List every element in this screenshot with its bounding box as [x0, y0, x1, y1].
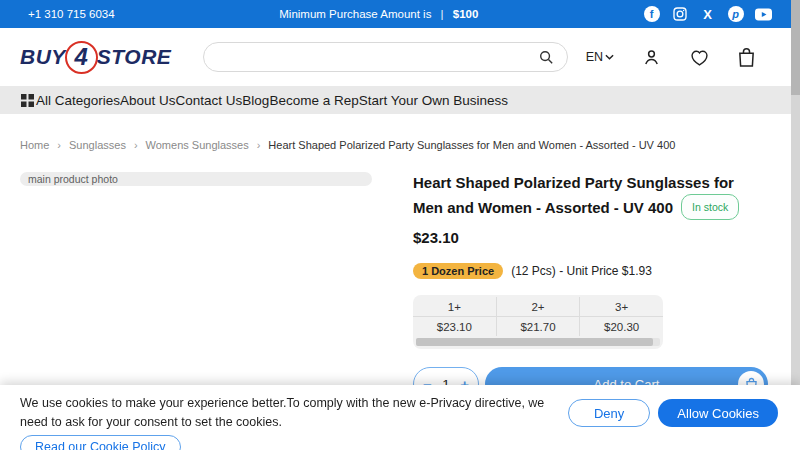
- nav-blog[interactable]: Blog: [242, 93, 269, 108]
- header: BUY 4 STORE EN: [0, 28, 800, 86]
- breadcrumb-current-page: Heart Shaped Polarized Party Sunglasses …: [268, 139, 675, 151]
- deny-cookies-button[interactable]: Deny: [568, 399, 650, 427]
- account-icon[interactable]: [641, 47, 662, 68]
- product-price: $23.10: [413, 229, 768, 246]
- tier-header: 1+: [413, 297, 496, 317]
- language-label: EN: [586, 50, 603, 64]
- nav-all-categories[interactable]: All Categories: [21, 93, 120, 108]
- stock-status-badge: In stock: [681, 194, 739, 220]
- product-info: Heart Shaped Polarized Party Sunglasses …: [413, 172, 768, 401]
- nav-item-label: Start Your Own Business: [359, 93, 508, 108]
- nav-contact-us[interactable]: Contact Us: [176, 93, 243, 108]
- tier-pricing-table: 1+ 2+ 3+ $23.10 $21.70 $20.30: [413, 295, 663, 349]
- grid-icon: [21, 94, 34, 107]
- phone-number[interactable]: +1 310 715 6034: [28, 8, 115, 20]
- youtube-icon[interactable]: [755, 6, 772, 23]
- breadcrumb-home[interactable]: Home: [20, 139, 49, 151]
- cookie-actions: Deny Allow Cookies: [568, 399, 778, 427]
- search-icon: [538, 49, 555, 66]
- cookie-consent-bar: We use cookies to make your experience b…: [0, 385, 800, 450]
- chevron-down-icon: [605, 54, 614, 60]
- nav-become-a-rep[interactable]: Become a Rep: [269, 93, 358, 108]
- logo-text-buy: BUY: [20, 45, 66, 69]
- nav-item-label: About Us: [120, 93, 176, 108]
- tier-price: $23.10: [413, 317, 496, 336]
- unit-price-detail: (12 Pcs) - Unit Price $1.93: [511, 264, 652, 278]
- tier-header: 3+: [579, 297, 663, 317]
- language-selector[interactable]: EN: [586, 50, 614, 64]
- breadcrumb-separator: ›: [57, 139, 61, 151]
- breadcrumb-womens-sunglasses[interactable]: Womens Sunglasses: [146, 139, 249, 151]
- product-page-content: main product photo Heart Shaped Polarize…: [20, 172, 768, 401]
- breadcrumb-separator: ›: [257, 139, 261, 151]
- x-twitter-icon[interactable]: X: [699, 6, 716, 23]
- min-purchase-note: Minimum Purchase Amount is | $100: [115, 8, 643, 20]
- product-gallery: main product photo: [20, 172, 372, 401]
- instagram-icon[interactable]: [671, 6, 688, 23]
- breadcrumb-separator: ›: [134, 139, 138, 151]
- header-actions: EN: [586, 47, 780, 68]
- nav-item-label: Become a Rep: [269, 93, 358, 108]
- nav-item-label: All Categories: [36, 93, 120, 108]
- main-nav: All Categories About Us Contact Us Blog …: [0, 86, 800, 114]
- min-purchase-separator: |: [441, 8, 444, 20]
- tier-value-row: $23.10 $21.70 $20.30: [413, 317, 663, 336]
- breadcrumb: Home › Sunglasses › Womens Sunglasses › …: [20, 139, 780, 151]
- wishlist-heart-icon[interactable]: [689, 47, 710, 68]
- cart-bag-icon[interactable]: [737, 47, 756, 68]
- dozen-price-badge: 1 Dozen Price: [413, 263, 503, 279]
- social-links: f X p: [643, 6, 772, 23]
- breadcrumb-sunglasses[interactable]: Sunglasses: [69, 139, 126, 151]
- tier-price: $21.70: [496, 317, 580, 336]
- nav-item-label: Contact Us: [176, 93, 243, 108]
- store-logo[interactable]: BUY 4 STORE: [20, 41, 171, 74]
- page-scrollbar-thumb[interactable]: [791, 0, 800, 95]
- min-purchase-label: Minimum Purchase Amount is: [279, 8, 431, 20]
- tier-header: 2+: [496, 297, 580, 317]
- cookie-message: We use cookies to make your experience b…: [20, 394, 575, 432]
- min-purchase-value: $100: [453, 8, 479, 20]
- pinterest-icon[interactable]: p: [727, 6, 744, 23]
- dozen-price-row: 1 Dozen Price (12 Pcs) - Unit Price $1.9…: [413, 263, 768, 279]
- product-title-block: Heart Shaped Polarized Party Sunglasses …: [413, 172, 768, 220]
- nav-item-label: Blog: [242, 93, 269, 108]
- logo-text-store: STORE: [97, 45, 171, 69]
- tier-price: $20.30: [579, 317, 663, 336]
- allow-cookies-button[interactable]: Allow Cookies: [658, 399, 778, 427]
- main-product-photo[interactable]: main product photo: [20, 172, 372, 186]
- search-bar: [203, 42, 568, 72]
- nav-about-us[interactable]: About Us: [120, 93, 176, 108]
- tier-header-row: 1+ 2+ 3+: [413, 297, 663, 317]
- table-horizontal-scrollbar: [416, 338, 660, 346]
- facebook-icon[interactable]: f: [643, 6, 660, 23]
- table-scrollbar-thumb[interactable]: [416, 338, 653, 346]
- nav-start-your-own-business[interactable]: Start Your Own Business: [359, 93, 508, 108]
- top-info-bar: +1 310 715 6034 Minimum Purchase Amount …: [0, 0, 800, 28]
- cookie-policy-button[interactable]: Read our Cookie Policy: [20, 435, 181, 450]
- page-scrollbar: [791, 0, 800, 450]
- search-input[interactable]: [216, 43, 538, 71]
- logo-4-circle: 4: [65, 41, 98, 74]
- search-button[interactable]: [538, 49, 555, 66]
